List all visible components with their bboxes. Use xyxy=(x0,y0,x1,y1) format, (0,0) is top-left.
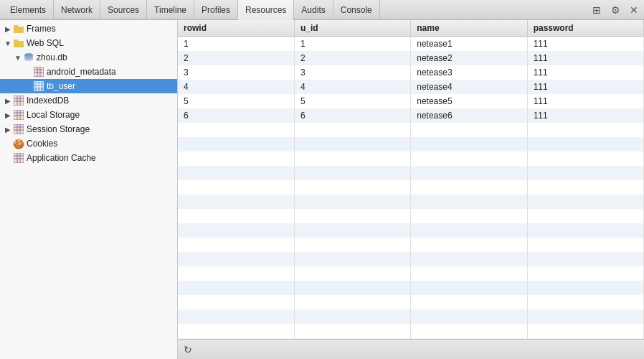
empty-cell xyxy=(411,223,527,238)
tab-bar: Elements Network Sources Timeline Profil… xyxy=(0,0,644,20)
sidebar-item-tb-user[interactable]: ▶ tb_user xyxy=(0,79,177,93)
col-password: password xyxy=(527,20,643,37)
table-row[interactable]: 22netease2111 xyxy=(178,51,644,65)
sidebar-item-zhoudb[interactable]: ▼ zhou.db xyxy=(0,50,177,65)
empty-cell xyxy=(178,281,294,295)
cell-rowid: 1 xyxy=(178,37,294,52)
session-storage-arrow: ▶ xyxy=(3,124,13,134)
sidebar-item-session-storage[interactable]: ▶ Session Storage xyxy=(0,122,177,136)
data-table[interactable]: rowid u_id name password 11netease111122… xyxy=(178,20,644,339)
empty-cell xyxy=(411,281,527,295)
tab-console[interactable]: Console xyxy=(333,0,380,20)
cell-name: netease4 xyxy=(411,80,527,94)
zhoudb-arrow: ▼ xyxy=(13,52,23,62)
content-area: rowid u_id name password 11netease111122… xyxy=(178,20,644,359)
empty-cell xyxy=(411,209,527,223)
table-grid-icon xyxy=(33,66,44,78)
android-metadata-label: android_metadata xyxy=(47,67,116,77)
empty-row xyxy=(178,309,644,324)
empty-cell xyxy=(527,137,643,151)
empty-cell xyxy=(178,223,294,238)
table-header-row: rowid u_id name password xyxy=(178,20,644,37)
cell-name: netease1 xyxy=(411,37,527,52)
session-storage-label: Session Storage xyxy=(27,124,90,134)
empty-cell xyxy=(178,266,294,281)
table-row[interactable]: 44netease4111 xyxy=(178,80,644,94)
sidebar-item-websql[interactable]: ▼ Web SQL xyxy=(0,36,177,50)
empty-row xyxy=(178,180,644,195)
empty-cell xyxy=(294,209,410,223)
cookies-label: Cookies xyxy=(27,139,57,149)
empty-cell xyxy=(411,195,527,209)
local-storage-icon xyxy=(13,109,24,121)
empty-row xyxy=(178,209,644,223)
svg-rect-1 xyxy=(14,25,18,27)
sidebar-item-frames[interactable]: ▶ Frames xyxy=(0,22,177,36)
sidebar-item-local-storage[interactable]: ▶ Local Storage xyxy=(0,108,177,122)
empty-cell xyxy=(294,166,410,180)
svg-rect-3 xyxy=(14,39,18,42)
empty-cell xyxy=(527,252,643,266)
cell-password: 111 xyxy=(527,80,643,94)
toolbar-right: ⊞ ⚙ ✕ xyxy=(589,3,641,17)
empty-cell xyxy=(411,123,527,137)
tab-network[interactable]: Network xyxy=(54,0,100,20)
svg-rect-29 xyxy=(14,124,24,134)
empty-cell xyxy=(178,137,294,151)
settings-icon[interactable]: ⚙ xyxy=(608,3,622,17)
sidebar-item-app-cache[interactable]: ▶ Application Cache xyxy=(0,151,177,165)
tb-user-table-icon xyxy=(33,80,44,92)
empty-cell xyxy=(527,209,643,223)
sidebar-item-android-metadata[interactable]: ▶ android_metadata xyxy=(0,65,177,79)
empty-cell xyxy=(294,180,410,195)
empty-row xyxy=(178,324,644,338)
empty-cell xyxy=(527,180,643,195)
empty-cell xyxy=(178,151,294,166)
table-row[interactable]: 33netease3111 xyxy=(178,65,644,80)
tab-resources[interactable]: Resources xyxy=(238,0,294,20)
tab-sources[interactable]: Sources xyxy=(100,0,147,20)
cell-u_id: 4 xyxy=(294,80,410,94)
empty-cell xyxy=(294,266,410,281)
empty-cell xyxy=(411,295,527,309)
tab-elements[interactable]: Elements xyxy=(3,0,54,20)
zhoudb-label: zhou.db xyxy=(37,52,67,62)
dock-icon[interactable]: ⊞ xyxy=(589,3,604,17)
close-devtools-icon[interactable]: ✕ xyxy=(627,3,641,17)
sidebar: ▶ Frames ▼ Web SQL ▼ xyxy=(0,20,178,359)
empty-cell xyxy=(294,252,410,266)
tab-profiles[interactable]: Profiles xyxy=(194,0,238,20)
empty-cell xyxy=(527,223,643,238)
empty-cell xyxy=(411,180,527,195)
empty-cell xyxy=(294,295,410,309)
sidebar-item-indexeddb[interactable]: ▶ IndexedDB xyxy=(0,93,177,108)
empty-row xyxy=(178,195,644,209)
empty-cell xyxy=(178,209,294,223)
svg-rect-17 xyxy=(14,95,24,106)
empty-cell xyxy=(294,137,410,151)
table-row[interactable]: 55netease5111 xyxy=(178,94,644,108)
empty-cell xyxy=(178,238,294,252)
refresh-button[interactable]: ↻ xyxy=(184,344,192,355)
sidebar-item-cookies[interactable]: ▶ 🍪 Cookies xyxy=(0,136,177,151)
tab-timeline[interactable]: Timeline xyxy=(147,0,194,20)
empty-row xyxy=(178,137,644,151)
empty-cell xyxy=(411,151,527,166)
empty-cell xyxy=(527,266,643,281)
empty-cell xyxy=(411,309,527,324)
folder-icon xyxy=(13,23,24,34)
col-name: name xyxy=(411,20,527,37)
empty-cell xyxy=(294,324,410,338)
cell-name: netease6 xyxy=(411,108,527,123)
cell-u_id: 1 xyxy=(294,37,410,52)
table-row[interactable]: 11netease1111 xyxy=(178,37,644,52)
table-row[interactable]: 66netease6111 xyxy=(178,108,644,123)
cell-rowid: 2 xyxy=(178,51,294,65)
tab-audits[interactable]: Audits xyxy=(294,0,333,20)
cell-rowid: 6 xyxy=(178,108,294,123)
empty-cell xyxy=(527,123,643,137)
empty-cell xyxy=(411,252,527,266)
empty-cell xyxy=(411,166,527,180)
local-storage-arrow: ▶ xyxy=(3,110,13,120)
empty-cell xyxy=(294,281,410,295)
